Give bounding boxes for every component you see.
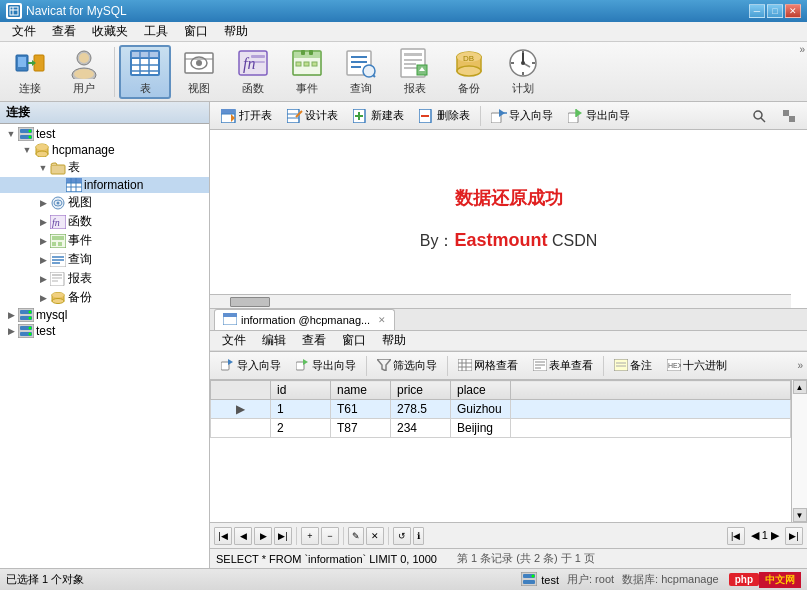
q-export-button[interactable]: 导出向导 (289, 355, 363, 377)
toolbar-backup[interactable]: DB 备份 (443, 45, 495, 99)
toolbar-more-icon[interactable]: » (799, 44, 805, 55)
cell-id[interactable]: 1 (271, 400, 331, 419)
nav-sep1 (296, 527, 297, 545)
toolbar-query[interactable]: 查询 (335, 45, 387, 99)
qmenu-view[interactable]: 查看 (294, 330, 334, 351)
design-table-button[interactable]: 设计表 (280, 105, 345, 127)
query-tab-information[interactable]: information @hcpmanag... ✕ (214, 309, 395, 330)
obj-settings-button[interactable] (775, 105, 803, 127)
q-import-button[interactable]: 导入向导 (214, 355, 288, 377)
cell-place[interactable]: Guizhou (451, 400, 511, 419)
nav-info-button[interactable]: ℹ (413, 527, 424, 545)
table-row[interactable]: ▶ 1 T61 278.5 Guizhou (211, 400, 791, 419)
q-hex-button[interactable]: HEX 十六进制 (660, 355, 734, 377)
nav-first-button[interactable]: |◀ (214, 527, 232, 545)
cell-place[interactable]: Beijing (451, 419, 511, 438)
cell-price[interactable]: 234 (391, 419, 451, 438)
q-filter-button[interactable]: 筛选向导 (370, 355, 444, 377)
sidebar-item-views[interactable]: ▶ 视图 (0, 193, 209, 212)
toolbar-event[interactable]: 事件 (281, 45, 333, 99)
sidebar-item-backups[interactable]: ▶ 备份 (0, 288, 209, 307)
menu-window[interactable]: 窗口 (176, 21, 216, 42)
expand-icon[interactable]: ▼ (4, 129, 18, 139)
expand-icon[interactable]: ▼ (20, 145, 34, 155)
new-table-button[interactable]: 新建表 (346, 105, 411, 127)
expand-icon[interactable]: ▶ (36, 217, 50, 227)
nav-prev-button[interactable]: ◀ (234, 527, 252, 545)
col-header-name[interactable]: name (331, 381, 391, 400)
menu-tools[interactable]: 工具 (136, 21, 176, 42)
svg-rect-19 (131, 51, 159, 58)
sidebar-item-events[interactable]: ▶ 事件 (0, 231, 209, 250)
nav-add-button[interactable]: + (301, 527, 319, 545)
toolbar-user[interactable]: 用户 (58, 45, 110, 99)
col-header-place[interactable]: place (451, 381, 511, 400)
q-notes-button[interactable]: 备注 (607, 355, 659, 377)
expand-icon[interactable]: ▼ (36, 163, 50, 173)
col-header-id[interactable]: id (271, 381, 331, 400)
expand-icon[interactable]: ▶ (4, 326, 18, 336)
toolbar-table[interactable]: 表 (119, 45, 171, 99)
expand-icon[interactable]: ▶ (36, 274, 50, 284)
qmenu-window[interactable]: 窗口 (334, 330, 374, 351)
qmenu-file[interactable]: 文件 (214, 330, 254, 351)
expand-icon[interactable]: ▶ (4, 310, 18, 320)
sidebar-item-functions[interactable]: ▶ fn 函数 (0, 212, 209, 231)
expand-icon[interactable]: ▶ (36, 255, 50, 265)
tab-close-icon[interactable]: ✕ (378, 315, 386, 325)
sidebar-item-test[interactable]: ▼ test (0, 126, 209, 142)
maximize-button[interactable]: □ (767, 4, 783, 18)
toolbar-function[interactable]: fn 函数 (227, 45, 279, 99)
sidebar-item-tables[interactable]: ▼ 表 (0, 158, 209, 177)
export-wizard-button[interactable]: 导出向导 (561, 105, 637, 127)
nav-edit-button[interactable]: ✎ (348, 527, 364, 545)
expand-icon[interactable]: ▶ (36, 198, 50, 208)
sidebar-item-information[interactable]: information (0, 177, 209, 193)
q-grid-button[interactable]: 网格查看 (451, 355, 525, 377)
expand-icon[interactable]: ▶ (36, 236, 50, 246)
search-obj-button[interactable] (745, 105, 773, 127)
q-toolbar-more[interactable]: » (797, 360, 803, 371)
cell-price[interactable]: 278.5 (391, 400, 451, 419)
nav-next-button[interactable]: ▶ (254, 527, 272, 545)
toolbar-view[interactable]: 视图 (173, 45, 225, 99)
minimize-button[interactable]: ─ (749, 4, 765, 18)
qmenu-edit[interactable]: 编辑 (254, 330, 294, 351)
toolbar-schedule[interactable]: 计划 (497, 45, 549, 99)
sidebar-item-test2[interactable]: ▶ test (0, 323, 209, 339)
qmenu-help[interactable]: 帮助 (374, 330, 414, 351)
menu-help[interactable]: 帮助 (216, 21, 256, 42)
menu-file[interactable]: 文件 (4, 21, 44, 42)
tables-folder-icon (50, 161, 66, 175)
nav-refresh-button[interactable]: ↺ (393, 527, 411, 545)
nav-last-button[interactable]: ▶| (274, 527, 292, 545)
sidebar-item-queries[interactable]: ▶ 查询 (0, 250, 209, 269)
open-table-button[interactable]: 打开表 (214, 105, 279, 127)
table-vscrollbar[interactable]: ▲ ▼ (791, 380, 807, 522)
menu-view[interactable]: 查看 (44, 21, 84, 42)
import-wizard-button[interactable]: 导入向导 (484, 105, 560, 127)
cell-name[interactable]: T87 (331, 419, 391, 438)
toolbar-report[interactable]: 报表 (389, 45, 441, 99)
q-form-button[interactable]: 表单查看 (526, 355, 600, 377)
cell-id[interactable]: 2 (271, 419, 331, 438)
toolbar-connect[interactable]: 连接 (4, 45, 56, 99)
nav-remove-button[interactable]: − (321, 527, 339, 545)
menu-favorites[interactable]: 收藏夹 (84, 21, 136, 42)
scroll-up-btn[interactable]: ▲ (793, 380, 807, 394)
nav-page-first-button[interactable]: |◀ (727, 527, 745, 545)
col-header-price[interactable]: price (391, 381, 451, 400)
table-row[interactable]: 2 T87 234 Beijing (211, 419, 791, 438)
delete-table-button[interactable]: 删除表 (412, 105, 477, 127)
cell-name[interactable]: T61 (331, 400, 391, 419)
expand-icon[interactable]: ▶ (36, 293, 50, 303)
sidebar-item-mysql[interactable]: ▶ mysql (0, 307, 209, 323)
nav-cancel-button[interactable]: ✕ (366, 527, 384, 545)
close-button[interactable]: ✕ (785, 4, 801, 18)
sidebar-item-hcpmanage[interactable]: ▼ hcpmanage (0, 142, 209, 158)
by-text: By： (420, 232, 455, 249)
scroll-down-btn[interactable]: ▼ (793, 508, 807, 522)
sidebar-item-reports[interactable]: ▶ 报表 (0, 269, 209, 288)
nav-page-last-button[interactable]: ▶| (785, 527, 803, 545)
status-server-icon (521, 572, 537, 588)
